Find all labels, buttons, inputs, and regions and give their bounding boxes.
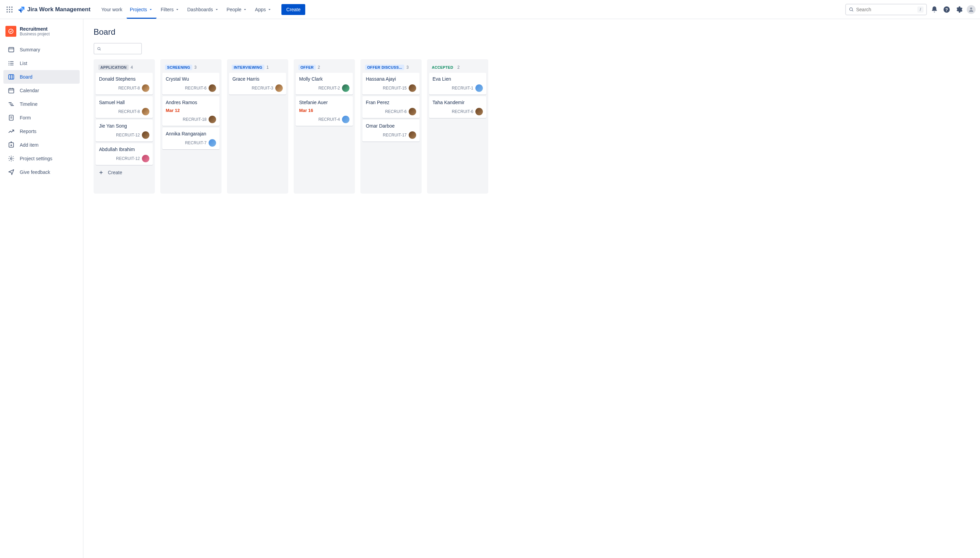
- svg-point-4: [9, 9, 10, 10]
- assignee-avatar[interactable]: [142, 131, 149, 139]
- board-card[interactable]: Abdullah IbrahimRECRUIT-12: [95, 143, 153, 165]
- card-list: Grace HarrisRECRUIT-3: [229, 73, 286, 95]
- board-card[interactable]: Molly ClarkRECRUIT-2: [296, 73, 353, 95]
- sidebar-item-board[interactable]: Board: [3, 70, 80, 84]
- card-title: Crystal Wu: [166, 76, 216, 82]
- sidebar-item-timeline[interactable]: Timeline: [3, 97, 80, 111]
- help-button[interactable]: ?: [942, 5, 951, 14]
- board-column: SCREENING3Crystal WuRECRUIT-6Andres Ramo…: [160, 59, 222, 194]
- nav-item-your-work[interactable]: Your work: [98, 0, 126, 19]
- board-card[interactable]: Omar DarboeRECRUIT-17: [363, 120, 420, 141]
- nav-item-label: Projects: [130, 7, 147, 12]
- nav-item-dashboards[interactable]: Dashboards: [184, 0, 223, 19]
- column-header[interactable]: OFFER DISCUSS...3: [363, 61, 420, 73]
- board-card[interactable]: Taha KandemirRECRUIT-6: [429, 96, 486, 118]
- assignee-avatar[interactable]: [208, 116, 216, 123]
- sidebar-item-give-feedback[interactable]: Give feedback: [3, 165, 80, 179]
- sidebar-item-reports[interactable]: Reports: [3, 125, 80, 138]
- kanban-board: APPLICATION4Donald StephensRECRUIT-8Samu…: [94, 59, 980, 194]
- column-header[interactable]: OFFER2: [296, 61, 353, 73]
- card-due-date: Mar 16: [299, 108, 350, 113]
- nav-item-projects[interactable]: Projects: [126, 0, 157, 19]
- product-logo[interactable]: Jira Work Management: [18, 6, 90, 13]
- board-card[interactable]: Samuel HallRECRUIT-8: [95, 96, 153, 118]
- assignee-avatar[interactable]: [142, 108, 149, 115]
- chevron-down-icon: [148, 7, 153, 12]
- board-card[interactable]: Hassana AjayiRECRUIT-15: [363, 73, 420, 95]
- column-header[interactable]: SCREENING3: [163, 61, 220, 73]
- board-card[interactable]: Donald StephensRECRUIT-8: [95, 73, 153, 95]
- board-search[interactable]: [94, 43, 142, 54]
- notifications-button[interactable]: [930, 5, 939, 14]
- profile-button[interactable]: [966, 5, 976, 14]
- board-card[interactable]: Stefanie AuerMar 16RECRUIT-4: [296, 96, 353, 126]
- card-issue-key: RECRUIT-6: [452, 109, 473, 114]
- create-card-button[interactable]: Create: [95, 166, 153, 179]
- assignee-avatar[interactable]: [409, 84, 416, 92]
- svg-point-9: [850, 8, 853, 11]
- column-header[interactable]: INTERVIEWING1: [229, 61, 286, 73]
- sidebar-item-label: Add item: [20, 142, 38, 148]
- column-header[interactable]: APPLICATION4: [95, 61, 153, 73]
- assignee-avatar[interactable]: [342, 116, 350, 123]
- settings-button[interactable]: [954, 5, 964, 14]
- assignee-avatar[interactable]: [142, 155, 149, 162]
- column-header[interactable]: ACCEPTED2: [429, 61, 486, 73]
- board-card[interactable]: Grace HarrisRECRUIT-3: [229, 73, 286, 95]
- feedback-icon: [8, 168, 15, 176]
- sidebar-item-form[interactable]: Form: [3, 111, 80, 125]
- sidebar-item-label: Calendar: [20, 88, 39, 93]
- sidebar-item-add-item[interactable]: Add item: [3, 138, 80, 152]
- sidebar-item-list[interactable]: List: [3, 56, 80, 70]
- svg-point-22: [8, 65, 10, 66]
- nav-item-filters[interactable]: Filters: [157, 0, 183, 19]
- assignee-avatar[interactable]: [208, 139, 216, 147]
- board-card[interactable]: Fran PerezRECRUIT-6: [363, 96, 420, 118]
- assignee-avatar[interactable]: [142, 84, 149, 92]
- card-issue-key: RECRUIT-6: [385, 109, 407, 114]
- card-title: Hassana Ajayi: [366, 76, 416, 82]
- card-title: Samuel Hall: [99, 100, 149, 105]
- assignee-avatar[interactable]: [409, 131, 416, 139]
- global-search[interactable]: /: [845, 4, 927, 15]
- search-input[interactable]: [856, 7, 918, 12]
- sidebar-item-label: Give feedback: [20, 169, 50, 175]
- sidebar-item-label: Reports: [20, 129, 36, 134]
- board-card[interactable]: Crystal WuRECRUIT-6: [163, 73, 220, 95]
- svg-point-21: [8, 63, 10, 64]
- assignee-avatar[interactable]: [409, 108, 416, 115]
- column-count: 2: [318, 65, 320, 70]
- svg-point-14: [8, 29, 13, 33]
- board-card[interactable]: Eva LienRECRUIT-1: [429, 73, 486, 95]
- column-title: ACCEPTED: [432, 65, 455, 70]
- list-icon: [8, 59, 15, 67]
- board-search-input[interactable]: [103, 46, 138, 51]
- board-card[interactable]: Annika RangarajanRECRUIT-7: [163, 128, 220, 149]
- assignee-avatar[interactable]: [208, 84, 216, 92]
- chevron-down-icon: [214, 7, 219, 12]
- assignee-avatar[interactable]: [342, 84, 350, 92]
- board-column: INTERVIEWING1Grace HarrisRECRUIT-3: [227, 59, 288, 194]
- sidebar-item-calendar[interactable]: Calendar: [3, 84, 80, 97]
- layout-icon: [8, 46, 15, 53]
- assignee-avatar[interactable]: [275, 84, 283, 92]
- board-card[interactable]: Andres RamosMar 12RECRUIT-18: [163, 96, 220, 126]
- gear-icon: [955, 6, 963, 13]
- create-button[interactable]: Create: [281, 4, 305, 15]
- sidebar-item-label: Board: [20, 74, 32, 80]
- app-switcher-button[interactable]: [4, 4, 15, 15]
- sidebar-item-summary[interactable]: Summary: [3, 43, 80, 56]
- card-list: Molly ClarkRECRUIT-2Stefanie AuerMar 16R…: [296, 73, 353, 126]
- project-header[interactable]: Recruitment Business project: [3, 26, 80, 43]
- sidebar-item-project-settings[interactable]: Project settings: [3, 152, 80, 165]
- card-issue-key: RECRUIT-7: [185, 141, 207, 145]
- assignee-avatar[interactable]: [475, 108, 483, 115]
- assignee-avatar[interactable]: [475, 84, 483, 92]
- create-card-label: Create: [108, 170, 122, 175]
- board-card[interactable]: Jie Yan SongRECRUIT-12: [95, 120, 153, 141]
- nav-item-apps[interactable]: Apps: [251, 0, 275, 19]
- search-icon: [97, 46, 102, 51]
- sidebar-item-label: Form: [20, 115, 31, 120]
- sidebar-item-label: Timeline: [20, 102, 38, 107]
- nav-item-people[interactable]: People: [223, 0, 251, 19]
